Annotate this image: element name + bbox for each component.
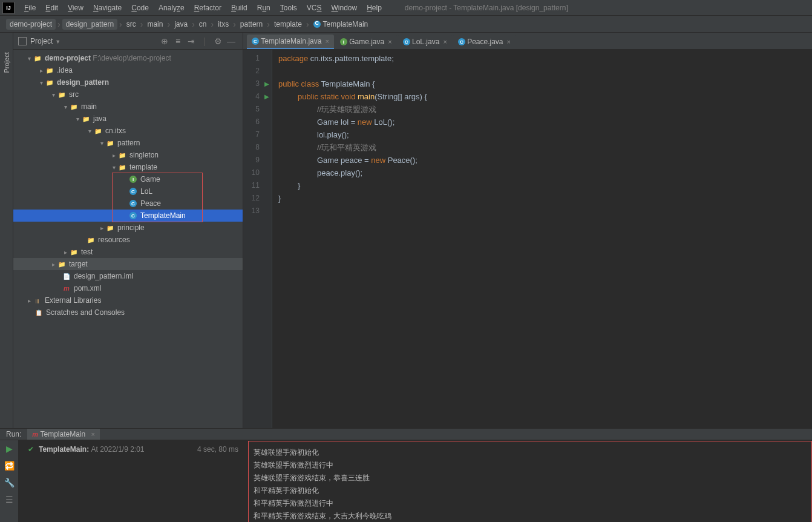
tree-peace[interactable]: CPeace	[13, 197, 243, 210]
bc-itxs[interactable]: itxs	[215, 19, 231, 30]
tree-iml[interactable]: 📄design_pattern.iml	[13, 270, 243, 282]
run-label: Run:	[6, 430, 21, 438]
editor-area: C TemplateMain.java× I Game.java× C LoL.…	[243, 33, 812, 428]
tree-design-pattern[interactable]: ▾📁design_pattern	[13, 76, 243, 88]
menu-window[interactable]: Window	[326, 2, 362, 14]
bc-java[interactable]: java	[172, 19, 190, 30]
panel-title[interactable]: Project▼	[30, 37, 158, 45]
tree-lol[interactable]: CLoL	[13, 185, 243, 197]
menu-view[interactable]: View	[63, 2, 88, 14]
pin-icon[interactable]: ☰	[5, 495, 13, 504]
run-status-name: TemplateMain:	[39, 445, 89, 522]
run-status-time: At 2022/1/9 2:01	[91, 445, 144, 522]
tree-main[interactable]: ▾📁main	[13, 101, 243, 113]
tree-cnitxs[interactable]: ▾📁cn.itxs	[13, 125, 243, 137]
tree-principle[interactable]: ▸📁principle	[13, 222, 243, 234]
panel-icon	[18, 37, 27, 45]
menu-build[interactable]: Build	[226, 2, 252, 14]
debug-icon[interactable]: 🔁	[4, 461, 15, 471]
run-toolbar: ▶ 🔁 🔧 ☰	[0, 440, 18, 522]
editor-body[interactable]: 1 2 3▶ 4▶ 5 6 7 8 9 10 11 12 13 package …	[243, 50, 812, 428]
tree-test[interactable]: ▸📁test	[13, 246, 243, 258]
project-panel: Project▼ ⊕ ≡ ⇥ | ⚙ — ▾📁demo-project F:\d…	[13, 33, 243, 428]
tab-lol[interactable]: C LoL.java×	[398, 35, 452, 49]
menu-help[interactable]: Help	[362, 2, 387, 14]
class-icon: C	[403, 38, 410, 45]
left-gutter: Project	[0, 33, 13, 428]
bc-cn[interactable]: cn	[197, 19, 209, 30]
bc-template[interactable]: template	[272, 19, 304, 30]
project-tree[interactable]: ▾📁demo-project F:\develop\demo-project ▸…	[13, 50, 243, 428]
run-duration: 4 sec, 80 ms	[197, 445, 238, 522]
console-output[interactable]: 英雄联盟手游初始化 英雄联盟手游激烈进行中 英雄联盟手游游戏结束，恭喜三连胜 和…	[248, 441, 812, 522]
breadcrumb: demo-project› design_pattern› src› main›…	[0, 16, 812, 33]
tree-templatemain[interactable]: CTemplateMain	[13, 210, 243, 222]
run-status: ✔ TemplateMain: At 2022/1/9 2:01 4 sec, …	[18, 440, 248, 522]
menu-edit[interactable]: Edit	[41, 2, 63, 14]
run-tab[interactable]: m TemplateMain ×	[27, 429, 100, 440]
menu-navigate[interactable]: Navigate	[88, 2, 126, 14]
close-icon[interactable]: ×	[325, 38, 329, 45]
gutter: 1 2 3▶ 4▶ 5 6 7 8 9 10 11 12 13	[243, 50, 272, 428]
rerun-icon[interactable]: ▶	[6, 444, 13, 454]
hide-icon[interactable]: —	[224, 35, 238, 48]
bc-file[interactable]: TemplateMain	[311, 19, 371, 30]
run-gutter-icon[interactable]: ▶	[264, 78, 269, 90]
gear-icon[interactable]: ⚙	[211, 35, 224, 48]
menu-analyze[interactable]: Analyze	[154, 2, 189, 14]
bc-src[interactable]: src	[124, 19, 139, 30]
menu-code[interactable]: Code	[126, 2, 154, 14]
collapse-icon[interactable]: ⇥	[185, 35, 198, 48]
tree-src[interactable]: ▾📁src	[13, 88, 243, 101]
bc-pattern[interactable]: pattern	[238, 19, 265, 30]
tree-idea[interactable]: ▸📁.idea	[13, 64, 243, 76]
tree-pom[interactable]: mpom.xml	[13, 282, 243, 294]
window-title: demo-project - TemplateMain.java [design…	[405, 4, 568, 12]
menu-tools[interactable]: Tools	[275, 2, 302, 14]
bc-module[interactable]: design_pattern	[62, 19, 117, 30]
sidebar-project-label[interactable]: Project	[3, 61, 10, 73]
tab-game[interactable]: I Game.java×	[335, 35, 397, 49]
tree-scratches[interactable]: 📋Scratches and Consoles	[13, 306, 243, 319]
class-icon: C	[458, 38, 465, 45]
class-icon: C	[252, 38, 259, 45]
menu-file[interactable]: File	[19, 2, 41, 14]
bc-project[interactable]: demo-project	[6, 19, 56, 30]
bc-main[interactable]: main	[145, 19, 165, 30]
editor-tabs: C TemplateMain.java× I Game.java× C LoL.…	[243, 33, 812, 50]
close-icon[interactable]: ×	[91, 431, 95, 438]
menu-vcs[interactable]: VCS	[302, 2, 327, 14]
run-panel: Run: m TemplateMain × ▶ 🔁 🔧 ☰ ✔ Template…	[0, 428, 812, 522]
menubar: IJ File Edit View Navigate Code Analyze …	[0, 0, 812, 16]
divider: |	[198, 35, 211, 48]
tab-peace[interactable]: C Peace.java×	[453, 35, 516, 49]
close-icon[interactable]: ×	[507, 38, 511, 45]
tree-singleton[interactable]: ▸📁singleton	[13, 149, 243, 161]
tree-game[interactable]: IGame	[13, 173, 243, 185]
check-icon: ✔	[28, 445, 34, 522]
structure-sidebar-label[interactable]: cture	[0, 506, 1, 521]
tree-resources[interactable]: 📁resources	[13, 234, 243, 246]
tree-external[interactable]: ▸⫼External Libraries	[13, 294, 243, 306]
wrench-icon[interactable]: 🔧	[4, 478, 15, 487]
locate-icon[interactable]: ⊕	[158, 35, 171, 48]
tree-root[interactable]: ▾📁demo-project F:\develop\demo-project	[13, 52, 243, 64]
close-icon[interactable]: ×	[443, 38, 447, 45]
expand-icon[interactable]: ≡	[171, 35, 185, 48]
code-content[interactable]: package cn.itxs.pattern.template; public…	[272, 50, 812, 428]
tree-template[interactable]: ▾📁template	[13, 161, 243, 173]
run-gutter-icon[interactable]: ▶	[264, 90, 269, 103]
interface-icon: I	[340, 38, 347, 45]
tree-target[interactable]: ▸📁target	[13, 258, 243, 270]
run-header: Run: m TemplateMain ×	[0, 429, 812, 440]
project-panel-header: Project▼ ⊕ ≡ ⇥ | ⚙ —	[13, 33, 243, 50]
tab-templatemain[interactable]: C TemplateMain.java×	[247, 35, 334, 49]
menu-run[interactable]: Run	[252, 2, 275, 14]
tree-pattern[interactable]: ▾📁pattern	[13, 137, 243, 149]
tree-java[interactable]: ▾📁java	[13, 113, 243, 125]
app-icon: IJ	[2, 2, 15, 14]
close-icon[interactable]: ×	[388, 38, 391, 45]
menu-refactor[interactable]: Refactor	[189, 2, 226, 14]
